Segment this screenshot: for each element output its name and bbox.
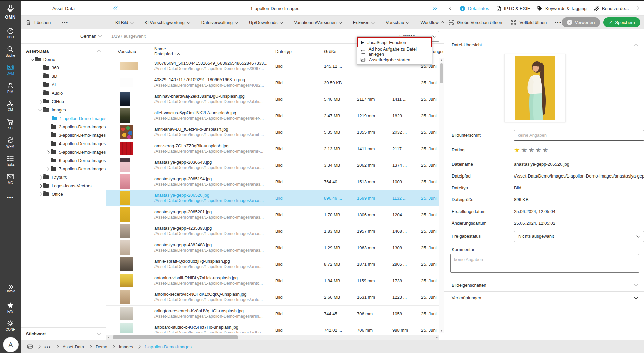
scroll-down-arrow[interactable]: ▼ — [439, 330, 444, 332]
fullscreen-button[interactable]: Vollbild öffnen — [511, 20, 547, 25]
menu-item-jacascript-function[interactable]: ▶ JacaScript-Function — [357, 37, 432, 47]
rail-item-suche[interactable]: Suche — [0, 42, 21, 61]
tree-item[interactable]: Images — [21, 106, 106, 114]
toolbar-menu[interactable]: KI Bild — [115, 20, 133, 25]
sidebar-more-button[interactable]: ••• — [62, 20, 68, 25]
file-thumbnail[interactable] — [120, 92, 130, 106]
tree-item[interactable]: 5-apollon-Demo-Images-Va — [21, 148, 106, 156]
tree-item[interactable]: 360 — [21, 64, 106, 72]
tree-item[interactable]: Audio — [21, 89, 106, 97]
toolbar-menu[interactable]: KI Verschlagwortung — [145, 20, 190, 25]
tree-root[interactable]: Asset-Data — [21, 46, 106, 55]
toolbar-menu[interactable]: Workflow — [420, 20, 443, 25]
tab-iptc-exif[interactable]: IPTC & EXIF — [496, 6, 530, 11]
preview-image[interactable] — [515, 56, 555, 120]
file-thumbnail[interactable] — [120, 274, 133, 287]
tree-chevron-icon[interactable] — [38, 184, 42, 188]
table-row[interactable]: annie-spratt-QckxruozjRg-unsplash.jpg /A… — [106, 256, 444, 272]
approval-select[interactable]: Nichts ausgewählt — [514, 231, 644, 242]
rating-stars[interactable]: ★★★★★ — [514, 147, 549, 153]
vertical-scrollbar[interactable]: ▲ ▼ — [439, 58, 444, 333]
scroll-left-arrow[interactable]: ◄ — [106, 336, 111, 339]
rail-item-wfm[interactable]: WFM — [0, 133, 21, 152]
table-row[interactable]: antonino-visalli-RNiBLy7aHck-unsplash.jp… — [106, 272, 444, 289]
table-row[interactable]: antonio-secerovic-NOFdK1xOqkQ-unsplash.j… — [106, 289, 444, 306]
comment-textarea[interactable] — [450, 254, 639, 273]
tree-chevron-icon[interactable] — [46, 167, 50, 171]
menu-item-assetfreigabe[interactable]: Assetfreigabe starten — [357, 56, 432, 64]
details-more-button[interactable]: ••• — [555, 20, 562, 25]
file-thumbnail[interactable] — [120, 158, 130, 172]
breadcrumb-item[interactable]: Demo — [96, 344, 107, 349]
breadcrumb-item[interactable]: Asset-Data — [63, 344, 84, 349]
file-thumbnail[interactable] — [120, 62, 138, 70]
tree-item[interactable]: AI — [21, 81, 106, 89]
vertical-scroll-thumb[interactable] — [440, 63, 443, 83]
table-row[interactable]: anastasiya-gepp-2065201.jpg /Asset-Data/… — [106, 206, 444, 223]
section-verknuepfungen[interactable]: Verknüpfungen — [444, 291, 644, 304]
file-thumbnail[interactable] — [120, 78, 133, 87]
sidebar-language-select[interactable]: German — [80, 34, 96, 39]
tab-detailinfos[interactable]: i Detailinfos — [460, 6, 489, 11]
table-row[interactable]: 40829_140711776109291_1806651663_n.png /… — [106, 74, 444, 91]
save-button[interactable]: ✓ Speichern — [603, 17, 640, 27]
column-header-name[interactable]: NameDateipfad 1 — [151, 46, 273, 56]
file-thumbnail[interactable] — [120, 125, 133, 139]
user-avatar[interactable]: A — [3, 337, 19, 352]
tree-item[interactable]: Demo — [21, 55, 106, 64]
horizontal-scroll-thumb[interactable] — [113, 335, 238, 339]
caption-input[interactable] — [514, 130, 644, 141]
tree-chevron-icon[interactable] — [30, 57, 34, 61]
tree-item[interactable]: Logos-Icons-Vectors — [21, 182, 106, 190]
table-row[interactable]: amr-serag-7GLsZZ0qBlk-unsplash.jpg /Asse… — [106, 140, 444, 157]
delete-button[interactable]: Löschen — [34, 20, 51, 25]
file-thumbnail[interactable] — [120, 257, 133, 271]
discard-button[interactable]: ✕ Verwerfen — [562, 17, 600, 27]
horizontal-scrollbar[interactable]: ◄ ► — [106, 335, 439, 340]
table-row[interactable]: abhinav-bhardwaj-2ekzJ8smDgU-unsplash.jp… — [106, 91, 444, 107]
sort-indicator[interactable]: 1 — [175, 52, 180, 56]
file-thumbnail[interactable] — [120, 240, 130, 255]
rough-preview-button[interactable]: Grobe Vorschau öffnen — [448, 20, 502, 25]
column-header-vorschau[interactable]: Vorschau — [106, 49, 151, 54]
tree-item[interactable]: 7-apollon-Demo-Images-Du — [21, 165, 106, 173]
file-thumbnail[interactable] — [120, 290, 130, 304]
tree-item[interactable]: 4-apollon-Demo-Images-Lic — [21, 139, 106, 148]
rail-item-unfold[interactable]: Unfold — [0, 280, 21, 298]
tree-item[interactable]: 3-apollon-Demo-Images-PS — [21, 131, 106, 139]
tree-item[interactable]: Office — [21, 190, 106, 198]
tree-item[interactable]: 2-apollon-Demo-Images-Pa — [21, 123, 106, 131]
column-header-dateityp[interactable]: Dateityp — [273, 49, 320, 54]
rail-item-cm[interactable]: CM — [0, 97, 21, 115]
file-thumbnail[interactable] — [120, 174, 130, 189]
menubar-more-button[interactable]: ••• — [359, 20, 366, 25]
rail-item-pim[interactable]: PIM — [0, 79, 21, 97]
breadcrumb-item[interactable]: Images — [119, 344, 133, 349]
collapse-right-button[interactable] — [432, 7, 436, 10]
tree-chevron-icon[interactable] — [38, 175, 42, 179]
table-row[interactable]: anastasiya-gepp-206520.jpg /Asset-Data/D… — [106, 190, 444, 206]
tabs-scroll-right-icon[interactable] — [635, 6, 639, 10]
rail-item-dbd[interactable]: DBD — [0, 24, 21, 42]
rail-item-sc[interactable]: SC — [0, 115, 21, 133]
toolbar-menu[interactable]: Up/Downloads — [249, 20, 283, 25]
rail-item-conf[interactable]: CONF — [0, 317, 21, 335]
tree-item[interactable]: CIHub — [21, 97, 106, 106]
tree-item[interactable]: 6-apollon-Demo-Images-Ve — [21, 156, 106, 165]
dam-breadcrumb-icon[interactable] — [27, 344, 33, 349]
toolbar-menu[interactable]: Variationen/Versionen — [294, 20, 342, 25]
toolbar-menu[interactable]: Vorschau — [386, 20, 409, 25]
rail-item-tasks[interactable]: Tasks — [0, 152, 21, 170]
rail-item-mc[interactable]: MC — [0, 170, 21, 188]
file-thumbnail[interactable] — [120, 191, 130, 205]
omn-logo[interactable]: OMN — [5, 4, 16, 20]
rail-item-fav[interactable]: FAV — [0, 298, 21, 317]
rail-item-dam[interactable]: DAM — [0, 61, 21, 79]
file-thumbnail[interactable] — [120, 307, 133, 320]
file-thumbnail[interactable] — [120, 142, 133, 155]
scroll-up-arrow[interactable]: ▲ — [439, 59, 444, 61]
tab-keywords-tagging[interactable]: Keywords & Tagging — [537, 6, 587, 11]
tree-chevron-icon[interactable] — [46, 150, 50, 154]
collapse-left-button[interactable] — [114, 7, 119, 10]
table-row[interactable]: arlington-research-Kz8nHVg_tGI-unsplash.… — [106, 306, 444, 322]
